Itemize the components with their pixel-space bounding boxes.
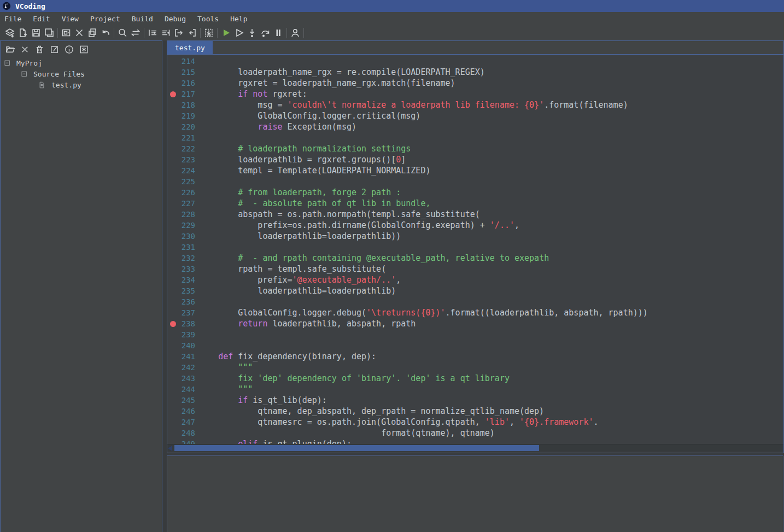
pause-icon[interactable]: [272, 26, 285, 39]
cut-icon[interactable]: [73, 26, 86, 39]
code-line-235[interactable]: 235 loaderpathlib=loaderpathlib): [167, 285, 783, 296]
code-line-240[interactable]: 240: [167, 340, 783, 351]
breakpoint-gutter[interactable]: [167, 264, 178, 274]
step-over-icon[interactable]: [259, 26, 272, 39]
breakpoint-gutter[interactable]: [167, 253, 178, 264]
code-line-238[interactable]: 238 return loaderpathlib, abspath, rpath: [167, 318, 783, 329]
code-editor[interactable]: 214215 loaderpath_name_rgx = re.compile(…: [167, 55, 783, 444]
code-line-222[interactable]: 222 # loaderpath normalization settings: [167, 143, 783, 154]
code-line-229[interactable]: 229 prefix=os.path.dirname(GlobalConfig.…: [167, 220, 783, 231]
code-line-243[interactable]: 243 fix 'dep' dependency of 'binary'. 'd…: [167, 373, 783, 384]
code-line-249[interactable]: 249 elif is_qt_plugin(dep):: [167, 439, 783, 444]
indent-icon[interactable]: [146, 26, 159, 39]
menu-build[interactable]: Build: [132, 15, 153, 23]
code-line-231[interactable]: 231: [167, 242, 783, 253]
breakpoint-gutter[interactable]: [167, 143, 178, 154]
code-line-224[interactable]: 224 templ = Template(LOADERPATH_NORMALIZ…: [167, 165, 783, 176]
step-in-icon[interactable]: [185, 26, 198, 39]
code-line-228[interactable]: 228 abspath = os.path.normpath(templ.saf…: [167, 209, 783, 220]
menu-help[interactable]: Help: [230, 15, 247, 23]
duplicate-icon[interactable]: [60, 26, 73, 39]
breakpoint-gutter[interactable]: [167, 329, 178, 340]
breakpoint-gutter[interactable]: [167, 165, 178, 176]
code-line-233[interactable]: 233 rpath = templ.safe_substitute(: [167, 264, 783, 274]
open-folder-icon[interactable]: [4, 43, 16, 55]
breakpoint-gutter[interactable]: [167, 362, 178, 373]
new-item-icon[interactable]: [78, 43, 90, 55]
code-line-236[interactable]: 236: [167, 296, 783, 307]
breakpoint-gutter[interactable]: [167, 220, 178, 231]
breakpoint-gutter[interactable]: [167, 132, 178, 143]
tree-item-myproj[interactable]: MyProj: [1, 57, 162, 68]
tree-item-test-py[interactable]: test.py: [1, 79, 162, 90]
breakpoint-gutter[interactable]: [167, 78, 178, 89]
scroll-left-arrow-icon[interactable]: [168, 446, 172, 451]
collapse-expander-icon[interactable]: [4, 60, 11, 67]
breakpoint-gutter[interactable]: [167, 56, 178, 67]
breakpoint-dot[interactable]: [167, 318, 178, 329]
breakpoint-gutter[interactable]: [167, 439, 178, 444]
breakpoint-gutter[interactable]: [167, 296, 178, 307]
breakpoint-gutter[interactable]: [167, 209, 178, 220]
breakpoint-gutter[interactable]: [167, 406, 178, 417]
breakpoint-gutter[interactable]: [167, 242, 178, 253]
code-line-246[interactable]: 246 qtname, dep_abspath, dep_rpath = nor…: [167, 406, 783, 417]
deploy-icon[interactable]: [202, 26, 215, 39]
code-line-217[interactable]: 217 if not rgxret:: [167, 89, 783, 100]
code-line-230[interactable]: 230 loaderpathlib=loaderpathlib)): [167, 231, 783, 242]
horizontal-scrollbar[interactable]: [167, 444, 783, 452]
breakpoint-gutter[interactable]: [167, 176, 178, 187]
new-project-icon[interactable]: [3, 26, 16, 39]
info-icon[interactable]: [63, 43, 75, 55]
save-all-icon[interactable]: [43, 26, 56, 39]
code-line-242[interactable]: 242 """: [167, 362, 783, 373]
code-line-215[interactable]: 215 loaderpath_name_rgx = re.compile(LOA…: [167, 67, 783, 78]
close-x-icon[interactable]: [19, 43, 31, 55]
code-line-220[interactable]: 220 raise Exception(msg): [167, 121, 783, 132]
code-line-232[interactable]: 232 # - and rpath containing @executable…: [167, 253, 783, 264]
code-line-241[interactable]: 241 def fix_dependency(binary, dep):: [167, 351, 783, 362]
breakpoint-gutter[interactable]: [167, 67, 178, 78]
copy-icon[interactable]: [86, 26, 99, 39]
code-line-245[interactable]: 245 if is_qt_lib(dep):: [167, 395, 783, 406]
breakpoint-gutter[interactable]: [167, 340, 178, 351]
breakpoint-gutter[interactable]: [167, 384, 178, 395]
menu-view[interactable]: View: [62, 15, 79, 23]
code-line-248[interactable]: 248 format(qtname), qtname): [167, 428, 783, 439]
edit-icon[interactable]: [48, 43, 60, 55]
collapse-expander-icon[interactable]: [21, 71, 28, 78]
delete-icon[interactable]: [33, 43, 45, 55]
code-line-244[interactable]: 244 """: [167, 384, 783, 395]
breakpoint-gutter[interactable]: [167, 417, 178, 428]
code-line-216[interactable]: 216 rgxret = loaderpath_name_rgx.match(f…: [167, 78, 783, 89]
breakpoint-gutter[interactable]: [167, 100, 178, 110]
run-no-debug-icon[interactable]: [232, 26, 245, 39]
save-icon[interactable]: [30, 26, 43, 39]
breakpoint-gutter[interactable]: [167, 395, 178, 406]
code-line-247[interactable]: 247 qtnamesrc = os.path.join(GlobalConfi…: [167, 417, 783, 428]
breakpoint-gutter[interactable]: [167, 198, 178, 209]
code-line-237[interactable]: 237 GlobalConfig.logger.debug('\treturns…: [167, 307, 783, 318]
code-line-234[interactable]: 234 prefix='@executable_path/..',: [167, 274, 783, 285]
breakpoint-gutter[interactable]: [167, 373, 178, 384]
breakpoint-gutter[interactable]: [167, 285, 178, 296]
code-line-223[interactable]: 223 loaderpathlib = rgxret.groups()[0]: [167, 154, 783, 165]
code-line-221[interactable]: 221: [167, 132, 783, 143]
new-file-icon[interactable]: [16, 26, 30, 39]
menu-tools[interactable]: Tools: [197, 15, 219, 23]
search-icon[interactable]: [116, 26, 129, 39]
code-line-227[interactable]: 227 # - absolute path of qt lib in bundl…: [167, 198, 783, 209]
breakpoint-gutter[interactable]: [167, 231, 178, 242]
menu-project[interactable]: Project: [90, 15, 120, 23]
run-icon[interactable]: [219, 26, 232, 39]
step-into-icon[interactable]: [245, 26, 259, 39]
breakpoint-gutter[interactable]: [167, 351, 178, 362]
breakpoint-gutter[interactable]: [167, 274, 178, 285]
code-line-214[interactable]: 214: [167, 56, 783, 67]
tree-item-source-files[interactable]: Source Files: [1, 68, 162, 79]
code-line-226[interactable]: 226 # from loaderpath, forge 2 path :: [167, 187, 783, 198]
profile-icon[interactable]: [289, 26, 302, 39]
scrollbar-thumb[interactable]: [174, 445, 539, 451]
code-line-225[interactable]: 225: [167, 176, 783, 187]
menu-edit[interactable]: Edit: [33, 15, 50, 23]
